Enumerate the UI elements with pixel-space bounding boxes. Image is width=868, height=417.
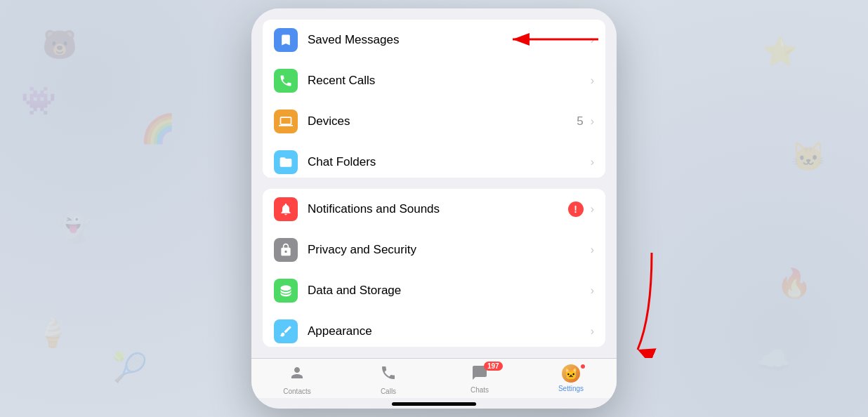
- doodle-ghost: 👻: [56, 211, 91, 244]
- chat-folders-item[interactable]: Chat Folders ›: [263, 142, 605, 178]
- chat-folders-icon-wrap: [274, 150, 298, 174]
- privacy-item[interactable]: Privacy and Security ›: [263, 230, 605, 270]
- appearance-item[interactable]: Appearance ›: [263, 311, 605, 347]
- doodle-fire: 🔥: [777, 267, 812, 300]
- bookmark-icon: [279, 33, 293, 47]
- saved-messages-chevron: ›: [591, 34, 594, 46]
- recent-calls-chevron: ›: [591, 74, 594, 87]
- saved-messages-icon-wrap: [274, 28, 298, 52]
- contacts-label: Contacts: [283, 388, 310, 395]
- doodle-rainbow: 🌈: [140, 112, 176, 145]
- calls-icon: [380, 364, 397, 385]
- doodle-cloud: ☁️: [756, 344, 791, 377]
- privacy-label: Privacy and Security: [308, 243, 588, 257]
- devices-label: Devices: [308, 114, 577, 128]
- doodle-ball: 🎾: [112, 351, 147, 384]
- settings-badge-dot: [579, 363, 586, 370]
- doodle-bear: 🐻: [42, 28, 77, 61]
- notifications-chevron: ›: [591, 203, 594, 216]
- settings-screen: Saved Messages › Recent Calls ›: [251, 8, 617, 409]
- database-icon: [279, 284, 293, 298]
- appearance-label: Appearance: [308, 324, 588, 338]
- devices-icon-wrap: [274, 110, 298, 133]
- doodle-alien: 👾: [21, 84, 56, 117]
- privacy-icon-wrap: [274, 238, 298, 262]
- phone-frame: Saved Messages › Recent Calls ›: [251, 8, 617, 409]
- chat-folders-label: Chat Folders: [308, 155, 588, 169]
- doodle-cat: 🐱: [791, 140, 826, 173]
- devices-count: 5: [577, 114, 583, 128]
- data-storage-icon-wrap: [274, 279, 298, 303]
- settings-avatar: 🐱: [562, 364, 580, 383]
- contacts-icon: [289, 364, 305, 385]
- section-group-2: Notifications and Sounds ! › Privacy and…: [263, 189, 605, 347]
- recent-calls-icon-wrap: [274, 69, 298, 93]
- chats-badge: 197: [484, 362, 503, 371]
- phone-icon: [279, 74, 293, 88]
- recent-calls-item[interactable]: Recent Calls ›: [263, 60, 605, 101]
- section-group-1: Saved Messages › Recent Calls ›: [263, 20, 605, 178]
- bell-icon: [279, 202, 293, 216]
- notifications-label: Notifications and Sounds: [308, 202, 568, 216]
- brush-icon: [279, 324, 293, 338]
- settings-icon-wrapper: 🐱: [562, 364, 580, 383]
- data-storage-label: Data and Storage: [308, 284, 588, 298]
- devices-item[interactable]: Devices 5 ›: [263, 101, 605, 142]
- tab-settings[interactable]: 🐱 Settings: [525, 364, 617, 395]
- appearance-chevron: ›: [591, 325, 594, 338]
- chats-icon-wrapper: 197: [471, 364, 488, 384]
- recent-calls-label: Recent Calls: [308, 74, 588, 88]
- calls-label: Calls: [381, 388, 396, 395]
- tab-chats[interactable]: 197 Chats: [434, 364, 525, 395]
- laptop-icon: [279, 114, 293, 128]
- tab-calls[interactable]: Calls: [343, 364, 434, 395]
- data-storage-item[interactable]: Data and Storage ›: [263, 270, 605, 311]
- tab-contacts[interactable]: Contacts: [251, 364, 343, 395]
- notifications-item[interactable]: Notifications and Sounds ! ›: [263, 189, 605, 230]
- data-storage-chevron: ›: [591, 284, 594, 297]
- folder-icon: [279, 155, 293, 169]
- saved-messages-label: Saved Messages: [308, 33, 588, 47]
- home-indicator: [392, 402, 476, 406]
- notifications-alert: !: [568, 201, 584, 217]
- notifications-icon-wrap: [274, 197, 298, 221]
- settings-label: Settings: [558, 385, 584, 392]
- chats-label: Chats: [471, 386, 489, 394]
- doodle-star: ⭐: [763, 35, 798, 68]
- chat-folders-chevron: ›: [591, 156, 594, 168]
- appearance-icon-wrap: [274, 319, 298, 343]
- saved-messages-item[interactable]: Saved Messages ›: [263, 20, 605, 60]
- doodle-ice: 🍦: [35, 316, 70, 349]
- privacy-chevron: ›: [591, 244, 594, 256]
- devices-chevron: ›: [591, 115, 594, 128]
- tab-bar: Contacts Calls 197 Chats: [251, 358, 617, 398]
- lock-icon: [279, 243, 293, 257]
